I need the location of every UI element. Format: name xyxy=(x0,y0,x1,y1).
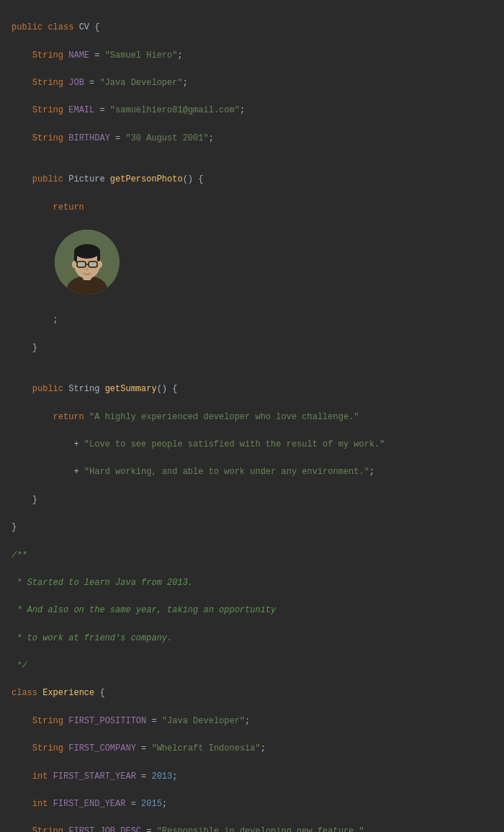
line-15: + "Hard working, and able to work under … xyxy=(12,465,492,479)
line-5: String BIRTHDAY = "30 August 2001"; xyxy=(12,132,492,146)
svg-point-4 xyxy=(74,244,100,259)
line-20: * And also on the same year, taking an o… xyxy=(12,604,492,617)
line-1: public class CV { xyxy=(12,21,492,35)
svg-rect-6 xyxy=(97,251,100,261)
code-editor-2: ; } public String getSummary() { return … xyxy=(12,300,492,832)
line-26: int FIRST_START_YEAR = 2013; xyxy=(12,770,492,784)
line-23: class Experience { xyxy=(12,686,492,700)
line-17: } xyxy=(12,521,492,534)
line-10: } xyxy=(12,341,492,355)
svg-point-11 xyxy=(90,262,96,267)
line-27: int FIRST_END_YEAR = 2015; xyxy=(12,797,492,811)
line-3: String JOB = "Java Developer"; xyxy=(12,76,492,90)
line-2: String NAME = "Samuel Hiero"; xyxy=(12,49,492,63)
line-21: * to work at friend's company. xyxy=(12,632,492,645)
line-8: return xyxy=(12,201,492,215)
svg-point-14 xyxy=(98,261,102,268)
line-24: String FIRST_POSITITON = "Java Developer… xyxy=(12,715,492,728)
svg-point-10 xyxy=(78,262,84,267)
svg-point-12 xyxy=(86,269,89,271)
line-12: public String getSummary() { xyxy=(12,383,492,396)
line-28: String FIRST_JOB_DESC = "Responsible in … xyxy=(12,825,492,832)
line-16: } xyxy=(12,493,492,507)
svg-point-13 xyxy=(72,261,76,268)
line-18: /** xyxy=(12,549,492,563)
profile-photo-container xyxy=(55,230,120,295)
line-9: ; xyxy=(12,313,492,327)
line-22: */ xyxy=(12,659,492,673)
line-14: + "Love to see people satisfied with the… xyxy=(12,438,492,452)
line-19: * Started to learn Java from 2013. xyxy=(12,576,492,590)
profile-photo xyxy=(55,230,120,295)
code-editor: public class CV { String NAME = "Samuel … xyxy=(12,7,492,228)
line-4: String EMAIL = "samuelhiero81@gmail.com"… xyxy=(12,104,492,117)
line-25: String FIRST_COMPANY = "Whelcraft Indone… xyxy=(12,742,492,756)
line-13: return "A highly experienced developer w… xyxy=(12,411,492,424)
profile-avatar-svg xyxy=(55,230,120,295)
line-7: public Picture getPersonPhoto() { xyxy=(12,173,492,187)
